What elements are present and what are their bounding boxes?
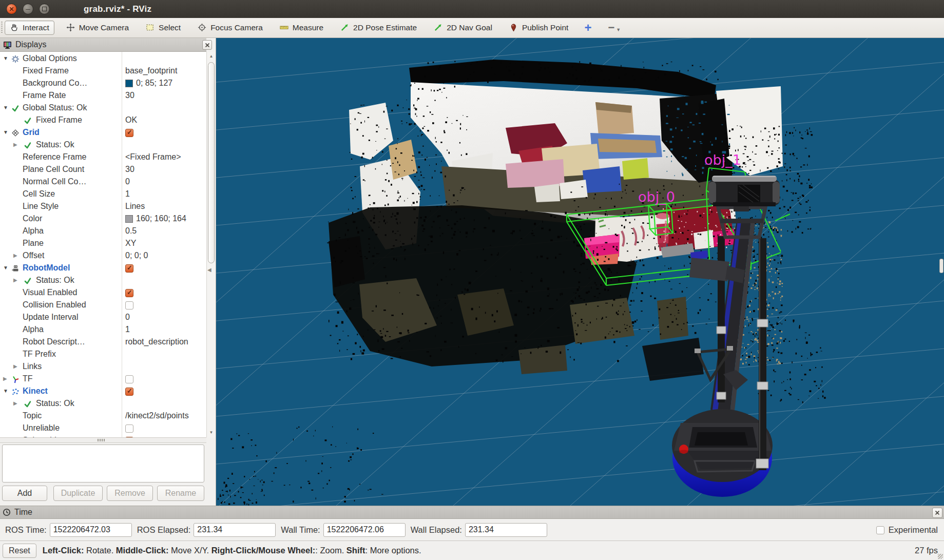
tree-row-status-ok[interactable]: ▶Status: Ok (0, 275, 206, 287)
rename-button: Rename (157, 486, 204, 501)
scroll-down-arrow[interactable]: ▼ (207, 429, 216, 437)
tree-vertical-scrollbar[interactable]: ▲ ▼ (206, 52, 216, 437)
tree-row-frame-rate[interactable]: Frame Rate30 (0, 90, 206, 103)
displays-panel-header[interactable]: Displays (0, 38, 206, 52)
tool-button-measure[interactable]: Measure (275, 21, 329, 35)
tree-row-alpha[interactable]: Alpha1 (0, 324, 206, 337)
tree-row-alpha[interactable]: Alpha0.5 (0, 226, 206, 238)
tree-row-fixed-frame[interactable]: Fixed Framebase_footprint (0, 66, 206, 78)
tree-row-global-status-ok[interactable]: ▼Global Status: Ok (0, 103, 206, 115)
tree-row-links[interactable]: ▶Links (0, 361, 206, 374)
remove-tool-button[interactable]: − ▼ (608, 21, 621, 34)
tree-row-cell-size[interactable]: Cell Size1 (0, 189, 206, 201)
tree-row-value[interactable] (125, 423, 133, 433)
close-icon[interactable] (202, 40, 212, 50)
tree-splitter-handle[interactable] (0, 437, 206, 443)
tool-button-focus-camera[interactable]: Focus Camera (192, 21, 268, 35)
checkbox-checked[interactable] (125, 129, 133, 137)
scroll-up-arrow[interactable]: ▲ (207, 52, 216, 61)
tree-row-global-options[interactable]: ▼Global Options (0, 53, 206, 66)
tree-row-value[interactable] (125, 288, 133, 297)
expander-right-icon[interactable]: ▶ (13, 363, 17, 369)
tree-row-robot-descript-[interactable]: Robot Descript…robot_description (0, 337, 206, 349)
tool-button-interact[interactable]: Interact (5, 21, 54, 35)
tree-row-visual-enabled[interactable]: Visual Enabled (0, 287, 206, 300)
expander-down-icon[interactable]: ▼ (3, 388, 8, 394)
3d-viewport[interactable]: obj_0 obj_1 (216, 38, 944, 506)
toolbar-grip[interactable] (1, 22, 3, 34)
color-swatch[interactable] (125, 215, 133, 223)
tree-row-value[interactable] (125, 374, 133, 383)
maximize-window-button[interactable] (39, 4, 50, 14)
wall-elapsed-input[interactable] (465, 523, 547, 537)
expander-right-icon[interactable]: ▶ (13, 142, 17, 147)
tree-row-reference-frame[interactable]: Reference Frame<Fixed Frame> (0, 152, 206, 164)
tree-row-update-interval[interactable]: Update Interval0 (0, 312, 206, 324)
tree-row-color[interactable]: Color160; 160; 164 (0, 214, 206, 226)
tree-row-plane[interactable]: PlaneXY (0, 238, 206, 250)
tool-button-move-camera[interactable]: Move Camera (61, 21, 134, 35)
tree-row-background-co-[interactable]: Background Co…0; 85; 127 (0, 78, 206, 90)
checkbox-unchecked[interactable] (125, 375, 133, 383)
tree-row-line-style[interactable]: Line StyleLines (0, 201, 206, 214)
tree-row-tf-prefix[interactable]: TF Prefix (0, 349, 206, 361)
tool-label: Interact (23, 23, 49, 32)
tree-row-label: Background Co… (23, 79, 87, 88)
expander-right-icon[interactable]: ▶ (3, 376, 7, 381)
tree-row-unreliable[interactable]: Unreliable (0, 423, 206, 435)
axes-icon (11, 375, 20, 384)
checkbox-unchecked[interactable] (125, 424, 133, 433)
tree-row-value[interactable] (125, 300, 133, 310)
tool-button-select[interactable]: Select (141, 21, 186, 35)
scrollbar-thumb[interactable] (208, 62, 215, 263)
reset-button[interactable]: Reset (3, 544, 36, 558)
tree-row-kinect[interactable]: ▼Kinect (0, 386, 206, 398)
close-icon[interactable] (932, 508, 942, 518)
tree-row-value[interactable] (125, 263, 133, 273)
tree-row-collision-enabled[interactable]: Collision Enabled (0, 300, 206, 312)
tool-button-2d-pose-estimate[interactable]: 2D Pose Estimate (335, 21, 422, 35)
color-swatch[interactable] (125, 80, 133, 87)
tree-row-offset[interactable]: ▶Offset0; 0; 0 (0, 250, 206, 263)
tree-row-topic[interactable]: Topic/kinect2/sd/points (0, 411, 206, 423)
add-button[interactable]: Add (2, 486, 47, 501)
panel-collapse-arrow-icon[interactable]: ◀ (207, 267, 211, 273)
experimental-checkbox[interactable] (876, 526, 884, 534)
tree-row-normal-cell-co-[interactable]: Normal Cell Co…0 (0, 177, 206, 189)
time-panel-header[interactable]: Time (0, 506, 944, 519)
tool-button-publish-point[interactable]: Publish Point (504, 21, 573, 35)
wall-time-input[interactable] (323, 523, 406, 537)
ros-time-input[interactable] (50, 523, 132, 537)
expander-right-icon[interactable]: ▶ (13, 277, 17, 283)
expander-down-icon[interactable]: ▼ (3, 129, 8, 135)
right-splitter-handle[interactable] (939, 259, 943, 273)
expander-down-icon[interactable]: ▼ (3, 265, 8, 271)
checkbox-checked[interactable] (125, 264, 133, 273)
tree-row-plane-cell-count[interactable]: Plane Cell Count30 (0, 164, 206, 177)
title-bar: ✕ ─ grab.rviz* - RViz (0, 0, 944, 18)
checkbox-checked[interactable] (125, 388, 133, 396)
add-tool-button[interactable]: + (584, 23, 591, 32)
tree-row-grid[interactable]: ▼Grid (0, 127, 206, 140)
tree-row-robotmodel[interactable]: ▼RobotModel (0, 263, 206, 275)
expander-down-icon[interactable]: ▼ (3, 105, 8, 110)
tree-row-value[interactable] (125, 387, 133, 396)
kinect-sensor-head (709, 176, 780, 206)
resize-grip-icon[interactable] (938, 554, 943, 559)
checkbox-unchecked[interactable] (125, 301, 133, 310)
tree-row-status-ok[interactable]: ▶Status: Ok (0, 398, 206, 411)
tree-row-tf[interactable]: ▶TF (0, 374, 206, 386)
expander-down-icon[interactable]: ▼ (3, 55, 8, 61)
expander-right-icon[interactable]: ▶ (13, 253, 17, 258)
checkbox-checked[interactable] (125, 289, 133, 297)
minimize-window-button[interactable]: ─ (23, 4, 33, 14)
tree-row-value[interactable] (125, 128, 133, 137)
hand-icon (10, 23, 19, 32)
ros-elapsed-input[interactable] (194, 523, 276, 537)
tree-row-fixed-frame[interactable]: Fixed FrameOK (0, 115, 206, 127)
tool-button-2d-nav-goal[interactable]: 2D Nav Goal (429, 21, 497, 35)
close-window-button[interactable]: ✕ (6, 4, 17, 14)
expander-right-icon[interactable]: ▶ (13, 400, 17, 406)
displays-tree[interactable]: ▼Global OptionsFixed Framebase_footprint… (0, 52, 206, 437)
tree-row-status-ok[interactable]: ▶Status: Ok (0, 140, 206, 152)
